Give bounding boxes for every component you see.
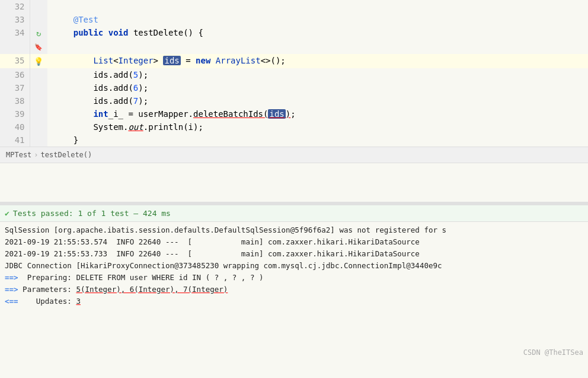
code-line-40: System.out.println(i);: [47, 120, 588, 134]
type-arraylist: ArrayList: [216, 56, 261, 65]
table-row: 36 ids.add(5);: [0, 68, 588, 81]
line-number: 33: [0, 13, 30, 26]
line-number: 39: [0, 107, 30, 120]
gutter-33: [30, 13, 47, 26]
breadcrumb: MPTest › testDelete(): [0, 147, 588, 163]
line-number: 35: [0, 54, 30, 68]
table-row: 32: [0, 0, 588, 13]
keyword-int: int: [93, 109, 108, 119]
code-line-39: int_i_ = userMapper.deleteBatchIds(ids);: [47, 107, 588, 120]
code-line-36: ids.add(5);: [47, 68, 588, 81]
table-row: 40 System.out.println(i);: [0, 120, 588, 134]
gutter-35: 💡: [30, 54, 47, 68]
arrow-in-2-icon: ==>: [5, 285, 18, 294]
code-line-41: }: [47, 134, 588, 147]
console-line-5: ==> Preparing: DELETE FROM user WHERE id…: [5, 272, 583, 284]
console-line-6: ==> Parameters: 5(Integer), 6(Integer), …: [5, 284, 583, 296]
gutter-41: [30, 134, 47, 147]
table-row: 33 @Test: [0, 13, 588, 26]
gutter-36: [30, 68, 47, 81]
num-5: 5: [133, 70, 138, 80]
arrow-out-icon: <==: [5, 297, 18, 306]
highlighted-ids: ids: [163, 56, 180, 65]
console-line-4: JDBC Connection [HikariProxyConnection@3…: [5, 260, 583, 272]
line-number: 41: [0, 134, 30, 147]
highlight-ids-2: ids: [268, 109, 285, 119]
gutter-37: [30, 81, 47, 94]
console-line-2: 2021-09-19 21:55:53.574 INFO 22640 --- […: [5, 236, 583, 248]
num-6: 6: [133, 83, 138, 93]
arrow-in-icon: ==>: [5, 273, 18, 282]
method-deletebatchids: deleteBatchIds(ids): [193, 109, 290, 119]
table-row: 34 ↻ 🔖 public void testDelete() {: [0, 26, 588, 54]
output-area: ✔ Tests passed: 1 of 1 test – 424 ms Sql…: [0, 204, 588, 361]
keyword-public: public: [74, 28, 104, 37]
type-list: List: [93, 56, 113, 65]
keyword-void: void: [108, 28, 129, 37]
var-i-underscore: _i: [108, 109, 119, 119]
keyword-new: new: [196, 56, 210, 65]
check-icon: ✔: [5, 209, 9, 218]
method-name: testDelete: [133, 28, 183, 37]
bookmark-icon: 🔖: [34, 43, 43, 51]
code-line-35: List<Integer> ids = new ArrayList<>();: [47, 54, 588, 68]
table-row: 41 }: [0, 134, 588, 147]
test-passed-bar: ✔ Tests passed: 1 of 1 test – 424 ms: [0, 205, 588, 222]
line-number: 34: [0, 26, 30, 54]
line-number: 40: [0, 120, 30, 134]
code-line-32: [47, 0, 588, 13]
breadcrumb-separator: ›: [34, 151, 38, 159]
annotation: @Test: [74, 15, 98, 24]
gutter-32: [30, 0, 47, 13]
table-row: 35 💡 List<Integer> ids = new ArrayList<>…: [0, 54, 588, 68]
table-row: 38 ids.add(7);: [0, 94, 588, 107]
gutter-38: [30, 94, 47, 107]
updates-underline: 3: [76, 297, 81, 306]
num-7: 7: [133, 96, 138, 106]
code-line-34: public void testDelete() {: [47, 26, 588, 54]
line-number: 36: [0, 68, 30, 81]
console-line-3: 2021-09-19 21:55:53.733 INFO 22640 --- […: [5, 248, 583, 260]
breadcrumb-part2: testDelete(): [41, 151, 92, 159]
table-row: 37 ids.add(6);: [0, 81, 588, 94]
breadcrumb-part1: MPTest: [6, 151, 31, 159]
type-integer: Integer: [119, 56, 154, 65]
test-passed-text: Tests passed: 1 of 1 test – 424 ms: [13, 209, 171, 218]
gutter-39: [30, 107, 47, 120]
code-table: 32 33 @Test 34 ↻ 🔖 public void testDelet…: [0, 0, 588, 147]
watermark: CSDN @TheITSea: [523, 348, 583, 357]
gutter-40: [30, 120, 47, 134]
method-out: out: [128, 122, 143, 132]
gutter-34[interactable]: ↻ 🔖: [30, 26, 47, 54]
run-icon[interactable]: ↻: [36, 28, 41, 38]
console-line-1: SqlSession [org.apache.ibatis.session.de…: [5, 224, 583, 236]
lightbulb-icon[interactable]: 💡: [34, 57, 43, 66]
code-line-33: @Test: [47, 13, 588, 26]
line-number: 38: [0, 94, 30, 107]
line-number: 37: [0, 81, 30, 94]
console-output: SqlSession [org.apache.ibatis.session.de…: [0, 222, 588, 310]
params-underline: 5(Integer), 6(Integer), 7(Integer): [76, 285, 228, 294]
line-number: 32: [0, 0, 30, 13]
table-row: 39 int_i_ = userMapper.deleteBatchIds(id…: [0, 107, 588, 120]
code-line-37: ids.add(6);: [47, 81, 588, 94]
code-line-38: ids.add(7);: [47, 94, 588, 107]
editor-area: 32 33 @Test 34 ↻ 🔖 public void testDelet…: [0, 0, 588, 202]
console-line-7: <== Updates: 3: [5, 296, 583, 307]
